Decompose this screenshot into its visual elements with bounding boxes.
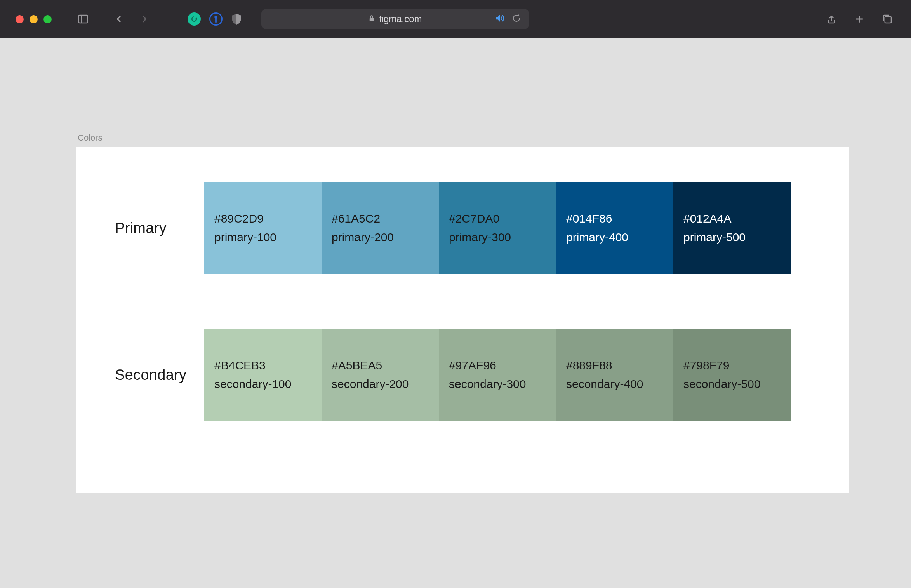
- swatch-primary-300[interactable]: #2C7DA0 primary-300: [439, 182, 556, 274]
- primary-palette-row: Primary #89C2D9 primary-100 #61A5C2 prim…: [115, 182, 810, 274]
- new-tab-button[interactable]: [851, 11, 868, 27]
- swatch-name: primary-400: [566, 231, 663, 244]
- back-button[interactable]: [111, 11, 127, 27]
- share-button[interactable]: [823, 11, 840, 27]
- tabs-overview-button[interactable]: [879, 11, 895, 27]
- sidebar-toggle-button[interactable]: [75, 11, 91, 27]
- address-bar-right-icons: [495, 13, 521, 25]
- palette-label-primary: Primary: [115, 220, 204, 237]
- swatch-name: primary-300: [449, 231, 546, 244]
- swatch-name: primary-500: [683, 231, 781, 244]
- frame-label[interactable]: Colors: [78, 133, 103, 143]
- swatch-primary-200[interactable]: #61A5C2 primary-200: [322, 182, 439, 274]
- swatch-secondary-500[interactable]: #798F79 secondary-500: [673, 329, 791, 421]
- swatch-hex: #B4CEB3: [214, 359, 311, 372]
- swatch-hex: #61A5C2: [332, 212, 429, 225]
- swatch-name: primary-200: [332, 231, 429, 244]
- swatch-name: secondary-500: [683, 378, 781, 391]
- swatch-primary-500[interactable]: #012A4A primary-500: [673, 182, 791, 274]
- swatch-hex: #012A4A: [683, 212, 781, 225]
- swatch-name: secondary-400: [566, 378, 663, 391]
- swatch-name: secondary-300: [449, 378, 546, 391]
- swatch-hex: #2C7DA0: [449, 212, 546, 225]
- swatch-hex: #014F86: [566, 212, 663, 225]
- swatch-secondary-100[interactable]: #B4CEB3 secondary-100: [204, 329, 322, 421]
- chrome-right-buttons: [823, 11, 895, 27]
- forward-button[interactable]: [136, 11, 153, 27]
- close-window-button[interactable]: [16, 15, 24, 23]
- swatch-hex: #889F88: [566, 359, 663, 372]
- swatch-secondary-300[interactable]: #97AF96 secondary-300: [439, 329, 556, 421]
- swatch-name: secondary-200: [332, 378, 429, 391]
- swatch-hex: #A5BEA5: [332, 359, 429, 372]
- svg-rect-8: [885, 17, 891, 23]
- grammarly-extension-icon[interactable]: [188, 12, 201, 26]
- window-controls: [16, 15, 52, 23]
- figma-canvas[interactable]: Colors Primary #89C2D9 primary-100 #61A5…: [0, 38, 911, 588]
- swatch-secondary-200[interactable]: #A5BEA5 secondary-200: [322, 329, 439, 421]
- privacy-shield-icon[interactable]: [231, 13, 242, 25]
- 1password-extension-icon[interactable]: [209, 12, 223, 26]
- swatch-primary-400[interactable]: #014F86 primary-400: [556, 182, 673, 274]
- swatch-secondary-400[interactable]: #889F88 secondary-400: [556, 329, 673, 421]
- url-text: figma.com: [379, 14, 422, 24]
- lock-icon: [368, 14, 375, 24]
- swatch-hex: #89C2D9: [214, 212, 311, 225]
- swatch-name: primary-100: [214, 231, 311, 244]
- maximize-window-button[interactable]: [43, 15, 52, 23]
- primary-swatches: #89C2D9 primary-100 #61A5C2 primary-200 …: [204, 182, 791, 274]
- minimize-window-button[interactable]: [30, 15, 38, 23]
- reload-button[interactable]: [512, 14, 521, 24]
- audio-playing-icon[interactable]: [495, 13, 505, 25]
- svg-rect-0: [79, 15, 88, 23]
- browser-extensions: [188, 12, 242, 26]
- swatch-hex: #798F79: [683, 359, 781, 372]
- svg-rect-4: [370, 18, 374, 21]
- nav-arrows: [111, 11, 153, 27]
- colors-frame[interactable]: Primary #89C2D9 primary-100 #61A5C2 prim…: [76, 147, 849, 493]
- browser-chrome: figma.com: [0, 0, 911, 38]
- secondary-palette-row: Secondary #B4CEB3 secondary-100 #A5BEA5 …: [115, 329, 810, 421]
- swatch-primary-100[interactable]: #89C2D9 primary-100: [204, 182, 322, 274]
- secondary-swatches: #B4CEB3 secondary-100 #A5BEA5 secondary-…: [204, 329, 791, 421]
- svg-rect-3: [215, 18, 217, 23]
- swatch-hex: #97AF96: [449, 359, 546, 372]
- swatch-name: secondary-100: [214, 378, 311, 391]
- palette-label-secondary: Secondary: [115, 367, 204, 383]
- address-bar[interactable]: figma.com: [261, 9, 529, 29]
